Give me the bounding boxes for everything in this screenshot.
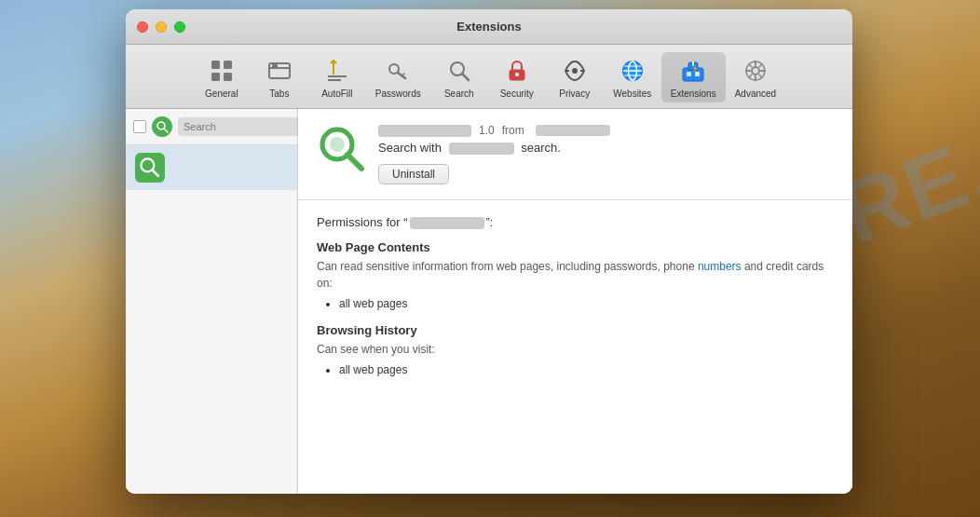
general-label: General: [205, 88, 238, 99]
title-bar: Extensions: [126, 9, 852, 45]
toolbar-item-extensions[interactable]: Extensions: [661, 52, 726, 102]
svg-point-11: [515, 73, 519, 76]
toolbar-item-general[interactable]: General: [193, 52, 251, 102]
svg-point-20: [752, 67, 759, 75]
websites-icon: [618, 56, 647, 86]
security-icon: [502, 56, 532, 86]
sidebar: [126, 109, 298, 494]
preferences-window: Extensions General T: [126, 9, 852, 494]
ext-name-blurred: [378, 125, 471, 137]
sidebar-search-icon: [152, 116, 172, 137]
privacy-label: Privacy: [559, 88, 590, 99]
sidebar-ext-icon: [135, 153, 165, 183]
search-suffix: search.: [521, 141, 561, 155]
permission-desc-browsing-history: Can see when you visit:: [317, 341, 834, 358]
sidebar-extension-item[interactable]: [126, 145, 297, 190]
search-icon: [444, 56, 474, 86]
detail-panel: 1.0 from Search with search. Uninstall P…: [298, 109, 852, 494]
permission-item-history-all: all web pages: [339, 363, 834, 376]
ext-source-blurred: [536, 125, 610, 136]
ext-desc-blurred: [449, 143, 514, 155]
toolbar-item-search[interactable]: Search: [430, 52, 488, 102]
svg-rect-18: [695, 72, 700, 76]
extensions-label: Extensions: [671, 88, 716, 99]
sidebar-checkbox[interactable]: [133, 120, 146, 133]
permission-desc-web-contents: Can read sensitive information from web …: [317, 258, 834, 292]
sidebar-search-bar: [126, 109, 297, 145]
svg-rect-0: [211, 61, 220, 69]
svg-rect-5: [272, 64, 278, 68]
permission-title-browsing-history: Browsing History: [317, 323, 834, 337]
permission-list-browsing-history: all web pages: [317, 363, 834, 376]
toolbar: General Tabs AutoFill: [126, 45, 852, 109]
ext-description: Search with search.: [378, 141, 834, 155]
toolbar-item-security[interactable]: Security: [488, 52, 546, 102]
toolbar-item-websites[interactable]: Websites: [604, 52, 661, 102]
extensions-icon: [678, 56, 708, 86]
permissions-section: Permissions for “”: Web Page Contents Ca…: [298, 200, 852, 404]
svg-rect-17: [687, 72, 691, 76]
permissions-label-suffix: ”:: [486, 215, 494, 229]
permission-title-web-contents: Web Page Contents: [317, 240, 834, 254]
svg-line-22: [164, 129, 168, 132]
advanced-icon: [741, 56, 770, 86]
autofill-icon: [322, 56, 352, 86]
ext-info: 1.0 from Search with search. Uninstall: [378, 124, 834, 184]
svg-line-9: [462, 74, 469, 80]
permission-group-browsing-history: Browsing History Can see when you visit:…: [317, 323, 834, 376]
toolbar-item-privacy[interactable]: Privacy: [546, 52, 604, 102]
sidebar-search-input[interactable]: [178, 117, 318, 136]
search-label: Search: [444, 88, 474, 99]
traffic-lights: [137, 21, 185, 33]
permission-group-web-contents: Web Page Contents Can read sensitive inf…: [317, 240, 834, 310]
minimize-button[interactable]: [156, 21, 167, 33]
websites-label: Websites: [613, 88, 651, 99]
toolbar-item-advanced[interactable]: Advanced: [726, 52, 785, 102]
passwords-icon: [383, 56, 413, 86]
advanced-label: Advanced: [735, 88, 776, 99]
permission-item-web-all: all web pages: [339, 297, 834, 310]
main-content: 1.0 from Search with search. Uninstall P…: [126, 109, 852, 494]
svg-line-27: [347, 155, 361, 169]
permissions-title: Permissions for “”:: [317, 215, 834, 229]
tabs-icon: [265, 56, 294, 86]
svg-rect-3: [224, 73, 232, 81]
autofill-label: AutoFill: [321, 88, 352, 99]
svg-line-24: [153, 170, 158, 176]
ext-from: from: [502, 124, 524, 137]
toolbar-item-passwords[interactable]: Passwords: [366, 52, 430, 102]
maximize-button[interactable]: [174, 21, 185, 33]
ext-name-in-perms-blurred: [410, 217, 484, 229]
search-with-label: Search with: [378, 141, 442, 155]
svg-rect-1: [224, 61, 232, 69]
toolbar-item-autofill[interactable]: AutoFill: [308, 52, 366, 102]
ext-logo: [317, 124, 365, 172]
general-icon: [207, 56, 237, 86]
uninstall-button[interactable]: Uninstall: [378, 164, 449, 184]
ext-version: 1.0: [479, 124, 495, 137]
passwords-label: Passwords: [375, 88, 421, 99]
window-title: Extensions: [456, 20, 521, 34]
permissions-label-prefix: Permissions for “: [317, 215, 408, 229]
svg-point-28: [330, 137, 345, 152]
toolbar-item-tabs[interactable]: Tabs: [251, 52, 308, 102]
permission-link-numbers[interactable]: numbers: [698, 260, 742, 273]
privacy-icon: [560, 56, 590, 86]
security-label: Security: [500, 88, 534, 99]
close-button[interactable]: [137, 21, 148, 33]
ext-header: 1.0 from Search with search. Uninstall: [298, 109, 852, 200]
svg-point-12: [572, 68, 578, 74]
svg-rect-2: [211, 73, 220, 81]
tabs-label: Tabs: [269, 88, 289, 99]
permission-list-web-contents: all web pages: [317, 297, 834, 310]
ext-title-row: 1.0 from: [378, 124, 834, 137]
